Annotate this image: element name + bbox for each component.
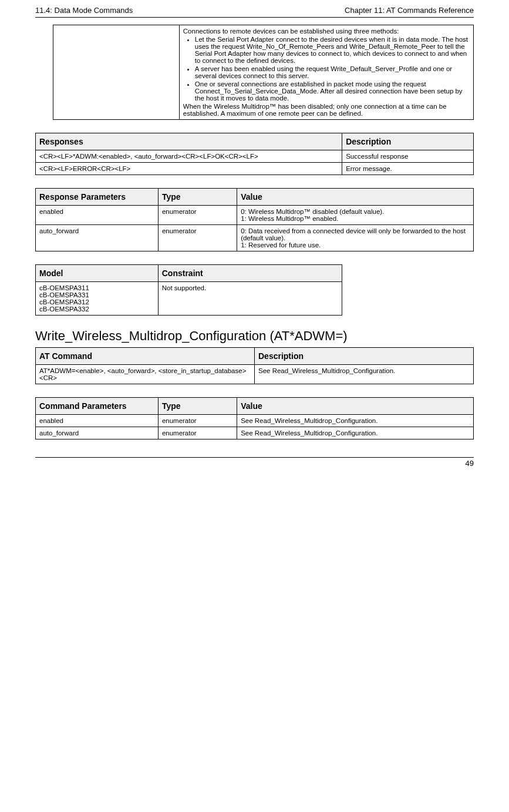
table-row: auto_forward enumerator See Read_Wireles…	[36, 427, 474, 439]
responses-table: Responses Description <CR><LF>*ADWM:<ena…	[35, 133, 474, 175]
description-header: Description	[342, 133, 474, 150]
cell-intro: Connections to remote devices can be est…	[183, 28, 470, 35]
command-params-header: Command Parameters	[36, 398, 159, 415]
table-header-row: Model Constraint	[36, 265, 342, 282]
empty-cell	[53, 25, 180, 120]
constraint-cell: Not supported.	[158, 282, 342, 316]
description-cell: Successful response	[342, 150, 474, 163]
param-name-cell: auto_forward	[36, 427, 159, 439]
table-header-row: Responses Description	[36, 133, 474, 150]
table-row: Connections to remote devices can be est…	[53, 25, 474, 120]
param-type-cell: enumerator	[158, 206, 237, 225]
param-name-cell: enabled	[36, 415, 159, 427]
param-name-cell: enabled	[36, 206, 159, 225]
description-cell: See Read_Wireless_Multidrop_Configuratio…	[255, 365, 474, 384]
header-left: 11.4: Data Mode Commands	[35, 6, 133, 15]
top-continuation-table: Connections to remote devices can be est…	[53, 25, 474, 120]
table-row: auto_forward enumerator 0: Data received…	[36, 225, 474, 251]
responses-header: Responses	[36, 133, 342, 150]
list-item: Let the Serial Port Adapter connect to t…	[195, 36, 470, 64]
value-header: Value	[237, 189, 474, 206]
table-row: <CR><LF>*ADWM:<enabled>, <auto_forward><…	[36, 150, 474, 163]
table-row: <CR><LF>ERROR<CR><LF> Error message.	[36, 163, 474, 175]
type-header: Type	[158, 398, 237, 415]
at-command-header: AT Command	[36, 348, 255, 365]
response-cell: <CR><LF>ERROR<CR><LF>	[36, 163, 342, 175]
response-params-table: Response Parameters Type Value enabled e…	[35, 188, 474, 251]
page-footer: 49	[35, 457, 474, 468]
param-type-cell: enumerator	[158, 225, 237, 251]
at-command-table: AT Command Description AT*ADWM=<enable>,…	[35, 347, 474, 384]
param-type-cell: enumerator	[158, 415, 237, 427]
table-row: AT*ADWM=<enable>, <auto_forward>, <store…	[36, 365, 474, 384]
page-content: 11.4: Data Mode Commands Chapter 11: AT …	[0, 0, 509, 479]
table-header-row: AT Command Description	[36, 348, 474, 365]
model-header: Model	[36, 265, 159, 282]
param-name-cell: auto_forward	[36, 225, 159, 251]
list-item: A server has been enabled using the requ…	[195, 65, 470, 79]
section-title: Write_Wireless_Multidrop_Configuration (…	[35, 328, 474, 344]
cell-outro: When the Wireless Multidrop™ has been di…	[183, 103, 470, 117]
param-type-cell: enumerator	[158, 427, 237, 439]
response-cell: <CR><LF>*ADWM:<enabled>, <auto_forward><…	[36, 150, 342, 163]
table-row: cB-OEMSPA311 cB-OEMSPA331 cB-OEMSPA312 c…	[36, 282, 342, 316]
param-value-cell: See Read_Wireless_Multidrop_Configuratio…	[237, 415, 474, 427]
model-table: Model Constraint cB-OEMSPA311 cB-OEMSPA3…	[35, 264, 342, 316]
param-value-cell: 0: Data received from a connected device…	[237, 225, 474, 251]
at-command-cell: AT*ADWM=<enable>, <auto_forward>, <store…	[36, 365, 255, 384]
bullet-list: Let the Serial Port Adapter connect to t…	[195, 36, 470, 102]
table-row: enabled enumerator See Read_Wireless_Mul…	[36, 415, 474, 427]
param-value-cell: See Read_Wireless_Multidrop_Configuratio…	[237, 427, 474, 439]
value-header: Value	[237, 398, 474, 415]
description-cell: Connections to remote devices can be est…	[179, 25, 473, 120]
description-cell: Error message.	[342, 163, 474, 175]
command-params-table: Command Parameters Type Value enabled en…	[35, 397, 474, 439]
page-number: 49	[466, 459, 474, 468]
list-item: One or several connections are establish…	[195, 80, 470, 102]
description-header: Description	[255, 348, 474, 365]
response-params-header: Response Parameters	[36, 189, 159, 206]
param-value-cell: 0: Wireless Multidrop™ disabled (default…	[237, 206, 474, 225]
model-cell: cB-OEMSPA311 cB-OEMSPA331 cB-OEMSPA312 c…	[36, 282, 159, 316]
table-row: enabled enumerator 0: Wireless Multidrop…	[36, 206, 474, 225]
page-header: 11.4: Data Mode Commands Chapter 11: AT …	[35, 6, 474, 18]
constraint-header: Constraint	[158, 265, 342, 282]
type-header: Type	[158, 189, 237, 206]
table-header-row: Command Parameters Type Value	[36, 398, 474, 415]
table-header-row: Response Parameters Type Value	[36, 189, 474, 206]
header-right: Chapter 11: AT Commands Reference	[345, 6, 474, 15]
